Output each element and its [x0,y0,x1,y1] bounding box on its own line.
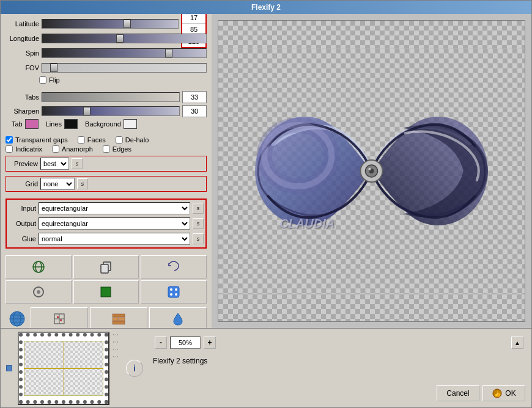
indicatrix-group: Indicatrix [6,145,42,153]
svg-point-6 [37,290,40,294]
info-section: i [122,332,147,404]
spin-slider[interactable] [42,48,207,58]
spin-thumb[interactable] [165,49,172,57]
anamorph-checkbox[interactable] [52,145,59,153]
preview-select[interactable]: best good fast [40,158,69,170]
sharpen-value: 30 [182,105,207,117]
svg-rect-26 [113,321,125,324]
de-halo-label: De-halo [125,136,149,144]
up-arrow-button[interactable]: ▲ [511,337,523,349]
output-s-button[interactable]: s [193,218,204,229]
de-halo-checkbox[interactable] [116,136,123,144]
sharpen-row: Sharpen 30 [6,105,207,117]
preview-label: Preview [7,160,38,167]
ok-button[interactable]: 👍 OK [482,385,525,401]
transparent-gaps-group: Transparent gaps [6,136,68,144]
grid-label: Grid [7,180,38,188]
action-button-crosshair[interactable] [31,307,88,328]
anamorph-label: Anamorph [62,145,93,153]
fov-label: FOV [6,64,39,71]
faces-label: Faces [87,136,106,144]
info-button[interactable]: i [126,360,143,377]
action-button-undo[interactable] [141,255,207,279]
tabs-slider[interactable] [42,92,180,102]
longitude-value-input[interactable] [182,14,205,24]
grid-s-button[interactable]: s [77,178,88,189]
flip-label: Flip [49,76,60,84]
grid-select[interactable]: none sparse dense [40,178,75,190]
svg-rect-8 [168,286,179,297]
longitude-thumb[interactable] [116,34,124,43]
latitude-slider[interactable] [42,19,179,29]
action-button-drop[interactable] [149,307,207,328]
longitude-slider[interactable] [42,34,207,43]
spin-label: Spin [6,49,39,57]
glue-select[interactable]: normal blend none [39,233,190,245]
input-label: Input [9,205,36,212]
fov-thumb[interactable] [50,64,57,72]
action-button-circle[interactable] [6,280,72,304]
svg-rect-22 [60,319,62,321]
background-color-swatch[interactable] [124,119,137,129]
flip-checkbox[interactable] [39,76,46,84]
window-title: Flexify 2 [251,3,281,12]
sharpen-slider[interactable] [42,106,180,116]
sharpen-thumb[interactable] [83,107,91,115]
zoom-section: - 50% + ▲ Flexify 2 settings Cancel [150,332,528,404]
io-group: Input equirectangular cylindrical mercat… [6,199,207,249]
left-panel: Latitude Longitude [1,14,212,328]
output-row: Output equirectangular cylindrical merca… [9,217,204,230]
input-s-button[interactable]: s [193,203,204,214]
action-buttons: Cancel 👍 OK [153,385,525,401]
tab-color-swatch[interactable] [25,119,39,129]
preview-row: Preview best good fast s [6,156,207,172]
latitude-row: Latitude [6,17,207,31]
zoom-display: 50% [170,337,201,349]
main-window: Flexify 2 Latitude [0,0,532,408]
action-button-bricks[interactable] [90,307,147,328]
indicatrix-checkbox[interactable] [6,145,13,153]
cancel-button[interactable]: Cancel [437,385,479,401]
faces-checkbox[interactable] [78,136,85,144]
nav-indicator [4,332,15,404]
right-panel: CLAUDIA [212,14,531,328]
svg-rect-24 [113,318,118,321]
preview-s-button[interactable]: s [72,158,83,169]
lines-color-swatch[interactable] [64,119,78,129]
action-button-globe[interactable] [6,255,72,279]
input-row: Input equirectangular cylindrical mercat… [9,202,204,215]
crosshair-v [64,341,64,396]
zoom-plus-button[interactable]: + [204,337,216,349]
tabs-label: Tabs [6,93,39,101]
latitude-thumb[interactable] [124,20,131,28]
indicatrix-label: Indicatrix [15,145,42,153]
nav-dot [6,365,12,371]
action-button-dice[interactable] [141,280,207,304]
action-button-copy[interactable] [73,255,139,279]
action-button-square[interactable] [73,280,139,304]
transparent-gaps-label: Transparent gaps [15,136,68,144]
preview-canvas [218,21,525,321]
flip-row: Flip [6,76,207,84]
longitude-label: Longitude [6,35,39,42]
tabs-value: 33 [182,91,207,103]
de-halo-group: De-halo [116,136,149,144]
fov-slider[interactable] [42,63,207,73]
sharpen-label: Sharpen [6,107,39,115]
latitude-label: Latitude [6,20,39,27]
input-select[interactable]: equirectangular cylindrical mercator [39,202,190,214]
ok-icon: 👍 [492,388,503,399]
settings-label: Flexify 2 settings [153,357,525,365]
glue-label: Glue [9,235,36,242]
output-select[interactable]: equirectangular cylindrical mercator [39,217,190,230]
grid-row: Grid none sparse dense s [6,176,207,192]
longitude-row: Longitude [6,32,207,45]
content-area: Latitude Longitude [1,14,531,328]
bottom-buttons-row [6,307,207,328]
canvas-area: CLAUDIA [218,20,525,322]
transparent-gaps-checkbox[interactable] [6,136,13,144]
edges-checkbox[interactable] [103,145,110,153]
glue-s-button[interactable]: s [193,233,204,244]
svg-point-9 [170,288,172,291]
zoom-minus-button[interactable]: - [155,337,167,349]
